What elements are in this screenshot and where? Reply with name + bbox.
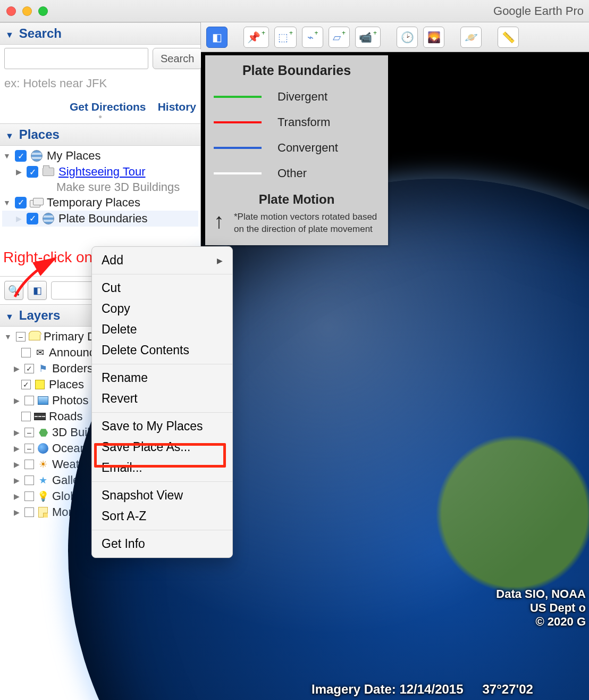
places-panel-header[interactable]: Places: [0, 123, 200, 146]
disclosure-icon[interactable]: [12, 396, 21, 405]
ctx-delete[interactable]: Delete: [92, 319, 232, 340]
add-polygon-button[interactable]: ⬚+: [274, 27, 297, 48]
legend-line-icon: [214, 96, 262, 98]
disclosure-icon[interactable]: [2, 198, 12, 207]
checkbox[interactable]: [21, 348, 31, 357]
legend-title: Plate Boundaries: [214, 63, 380, 78]
places-icon: [34, 380, 46, 389]
checkbox[interactable]: [27, 166, 38, 178]
disclosure-icon[interactable]: [14, 214, 23, 223]
historical-imagery-button[interactable]: 🕑: [397, 27, 418, 48]
disclosure-icon[interactable]: [2, 152, 12, 160]
search-button[interactable]: Search: [153, 48, 202, 69]
layer-label: Roads: [49, 410, 83, 423]
ctx-revert[interactable]: Revert: [92, 388, 232, 409]
ruler-button[interactable]: 📏: [498, 27, 519, 48]
legend-label: Transform: [277, 115, 330, 129]
close-icon[interactable]: [6, 6, 16, 16]
envelope-icon: ✉︎: [34, 347, 46, 359]
legend-note: *Plate motion vectors rotated based on t…: [234, 211, 380, 236]
signpost-icon: ⚑: [37, 363, 49, 374]
ctx-save-to-my-places[interactable]: Save to My Places: [92, 416, 232, 437]
add-path-button[interactable]: ⌁+: [302, 27, 323, 48]
earth-icon: [38, 443, 48, 454]
ctx-cut[interactable]: Cut: [92, 278, 232, 298]
checkbox[interactable]: [15, 150, 27, 162]
ctx-sort-a-z[interactable]: Sort A-Z: [92, 506, 232, 527]
star-icon: ★: [37, 474, 49, 486]
record-tour-button[interactable]: 📹+: [355, 27, 381, 48]
minimize-icon[interactable]: [22, 6, 32, 16]
checkbox[interactable]: [27, 213, 38, 224]
sightseeing-row[interactable]: Sightseeing Tour: [2, 164, 198, 180]
plate-boundaries-label: Plate Boundaries: [58, 212, 148, 226]
ctx-email[interactable]: Email...: [92, 457, 232, 478]
checkbox[interactable]: [24, 396, 34, 405]
disclosure-icon[interactable]: [12, 364, 21, 373]
checkbox[interactable]: [24, 491, 34, 501]
my-places-row[interactable]: My Places: [2, 148, 198, 164]
sidebar-toggle-button[interactable]: ◧: [206, 27, 228, 48]
temporary-places-label: Temporary Places: [47, 196, 140, 210]
coordinates: 37°27'02: [483, 682, 533, 697]
layers-header-label: Layers: [19, 308, 60, 323]
checkbox[interactable]: [24, 507, 34, 517]
legend-label: Other: [277, 166, 307, 180]
disclosure-icon[interactable]: [12, 476, 21, 485]
checkbox[interactable]: [24, 428, 34, 437]
annotation-arrow-icon: [4, 254, 79, 305]
checkbox[interactable]: [24, 364, 34, 373]
legend-line-icon: [214, 121, 262, 123]
search-panel-header[interactable]: Search: [0, 22, 200, 45]
layer-label: Places: [49, 378, 84, 391]
add-placemark-button[interactable]: 📌+: [243, 27, 269, 48]
checkbox[interactable]: [24, 444, 34, 453]
ctx-delete-contents[interactable]: Delete Contents: [92, 340, 232, 361]
plate-boundaries-row[interactable]: Plate Boundaries: [2, 211, 198, 227]
search-header-label: Search: [19, 26, 62, 41]
checkbox[interactable]: [16, 332, 26, 341]
ctx-snapshot-view[interactable]: Snapshot View: [92, 485, 232, 506]
places-header-label: Places: [19, 127, 60, 142]
checkbox[interactable]: [24, 460, 34, 469]
checkbox[interactable]: [21, 380, 31, 389]
sun-icon: ☀︎: [37, 459, 49, 470]
history-link[interactable]: History: [158, 101, 196, 113]
panel-resize-handle[interactable]: ●: [4, 115, 196, 118]
zoom-icon[interactable]: [38, 6, 48, 16]
search-hint: ex: Hotels near JFK: [4, 77, 196, 90]
disclosure-icon[interactable]: [12, 428, 21, 437]
search-input[interactable]: [4, 48, 148, 69]
checkbox[interactable]: [15, 197, 27, 209]
ctx-copy[interactable]: Copy: [92, 298, 232, 319]
ctx-get-info[interactable]: Get Info: [92, 534, 232, 554]
checkbox[interactable]: [24, 476, 34, 485]
disclosure-icon[interactable]: [14, 168, 23, 176]
temporary-places-row[interactable]: Temporary Places: [2, 195, 198, 211]
ctx-rename[interactable]: Rename: [92, 368, 232, 388]
disclosure-icon[interactable]: [12, 460, 21, 469]
ctx-save-place-as[interactable]: Save Place As...: [92, 437, 232, 457]
disclosure-icon[interactable]: [12, 492, 21, 501]
folder-stack-icon: [30, 198, 44, 207]
legend-subtitle: Plate Motion: [214, 192, 380, 207]
checkbox[interactable]: [21, 412, 31, 421]
sunlight-button[interactable]: 🌄: [423, 27, 444, 48]
road-icon: [34, 413, 46, 420]
disclosure-icon[interactable]: [12, 444, 21, 453]
legend-line-icon: [214, 172, 262, 174]
map-viewport[interactable]: ◧ 📌+ ⬚+ ⌁+ ▱+ 📹+ 🕑 🌄 🪐 📏: [201, 22, 589, 700]
globe-icon: [43, 213, 54, 224]
disclosure-icon[interactable]: [12, 508, 21, 516]
ctx-add[interactable]: Add: [92, 250, 232, 271]
buildings-icon: ⬣: [37, 426, 49, 439]
legend-overlay: Plate Boundaries Divergent Transform Con…: [205, 55, 388, 245]
my-places-label: My Places: [47, 149, 100, 163]
disclosure-icon[interactable]: [3, 332, 13, 341]
bulb-icon: 💡: [37, 490, 49, 502]
planet-button[interactable]: 🪐: [460, 27, 482, 48]
map-toolbar: ◧ 📌+ ⬚+ ⌁+ ▱+ 📹+ 🕑 🌄 🪐 📏: [201, 22, 589, 52]
sightseeing-link[interactable]: Sightseeing Tour: [58, 165, 146, 179]
add-image-overlay-button[interactable]: ▱+: [329, 27, 350, 48]
get-directions-link[interactable]: Get Directions: [70, 101, 146, 113]
